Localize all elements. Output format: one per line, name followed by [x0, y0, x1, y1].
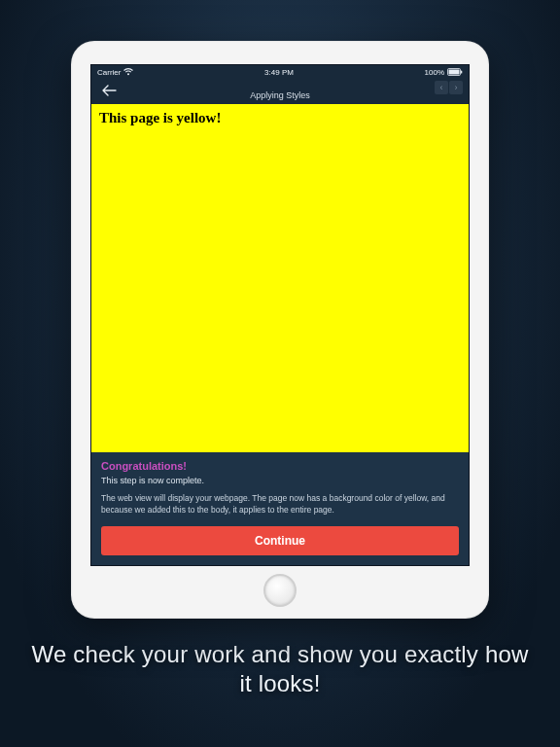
wifi-icon [123, 68, 133, 76]
back-button[interactable] [97, 82, 121, 101]
status-right: 100% [425, 68, 463, 77]
congrats-heading: Congratulations! [101, 460, 459, 472]
explanation-text: The web view will display your webpage. … [101, 493, 459, 516]
status-bar: Carrier 3:49 PM 100% [91, 65, 469, 79]
battery-percent: 100% [425, 68, 444, 77]
nav-title: Applying Styles [91, 90, 469, 100]
web-preview: This page is yellow! [91, 104, 469, 452]
preview-heading: This page is yellow! [99, 110, 461, 126]
svg-rect-2 [461, 71, 462, 74]
nav-step-controls: ‹ › [435, 81, 463, 94]
continue-button[interactable]: Continue [101, 526, 459, 555]
carrier-label: Carrier [97, 68, 121, 77]
nav-bar: Applying Styles ‹ › [91, 79, 469, 104]
home-button[interactable] [263, 574, 297, 607]
battery-icon [447, 68, 463, 76]
next-step-button[interactable]: › [449, 81, 463, 94]
status-left: Carrier [97, 68, 133, 77]
device-screen: Carrier 3:49 PM 100% Applying Styles ‹ › [90, 64, 470, 566]
marketing-caption: We check your work and show you exactly … [0, 640, 560, 698]
ipad-frame: Carrier 3:49 PM 100% Applying Styles ‹ › [71, 41, 489, 619]
step-complete-message: This step is now complete. [101, 476, 459, 485]
status-time: 3:49 PM [264, 68, 294, 77]
feedback-panel: Congratulations! This step is now comple… [91, 452, 469, 565]
prev-step-button[interactable]: ‹ [435, 81, 448, 94]
svg-rect-1 [449, 70, 460, 75]
